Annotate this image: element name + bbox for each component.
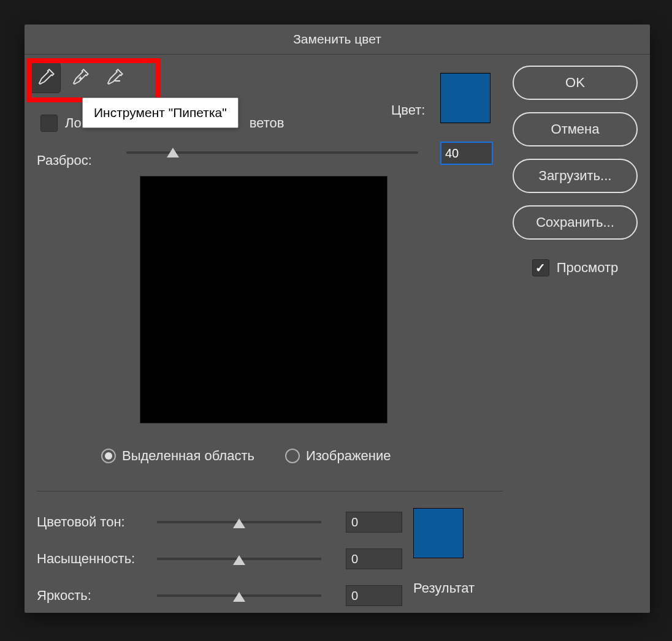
hue-slider[interactable]	[157, 521, 321, 523]
fuzziness-slider[interactable]	[126, 151, 418, 154]
eyedropper-subtract-tool[interactable]	[99, 63, 129, 93]
preview-toggle-row: Просмотр	[513, 259, 638, 276]
lightness-slider[interactable]	[157, 594, 321, 597]
preview-checkbox[interactable]	[532, 259, 549, 276]
eyedropper-tool[interactable]	[31, 63, 60, 93]
saturation-row: Насыщенность:	[37, 548, 402, 569]
result-color-swatch[interactable]	[413, 508, 464, 558]
saturation-input[interactable]	[346, 548, 402, 569]
eyedropper-tooltip: Инструмент "Пипетка"	[82, 97, 239, 128]
source-color-swatch[interactable]	[440, 73, 491, 123]
preview-mode-radios: Выделенная область Изображение	[101, 448, 391, 464]
lightness-row: Яркость:	[37, 585, 402, 606]
eyedropper-plus-icon	[71, 69, 89, 87]
lightness-thumb[interactable]	[233, 592, 245, 602]
eyedropper-add-tool[interactable]	[65, 63, 94, 93]
hue-input[interactable]	[346, 512, 402, 533]
saturation-thumb[interactable]	[233, 555, 245, 565]
dialog-title: Заменить цвет	[25, 25, 650, 55]
eyedropper-icon	[36, 69, 55, 87]
saturation-label: Насыщенность:	[37, 551, 157, 567]
radio-image-indicator	[285, 449, 300, 463]
save-button[interactable]: Сохранить...	[513, 205, 638, 240]
result-label: Результат	[413, 580, 475, 596]
localized-clusters-checkbox[interactable]	[40, 115, 58, 132]
localized-text-left-fragment: Ло	[65, 115, 82, 131]
hue-thumb[interactable]	[233, 518, 245, 528]
ok-button[interactable]: OK	[513, 66, 638, 100]
lightness-input[interactable]	[346, 585, 402, 606]
section-divider	[37, 491, 503, 491]
lightness-label: Яркость:	[37, 588, 157, 604]
hue-label: Цветовой тон:	[37, 514, 157, 530]
fuzziness-thumb[interactable]	[167, 148, 179, 157]
localized-text-right-fragment: ветов	[250, 115, 284, 131]
button-column: OK Отмена Загрузить... Сохранить... Прос…	[513, 66, 638, 276]
hue-row: Цветовой тон:	[37, 512, 402, 533]
eyedropper-minus-icon	[105, 69, 123, 87]
preview-checkbox-label: Просмотр	[557, 260, 618, 276]
radio-selection-indicator	[101, 449, 116, 463]
radio-image[interactable]: Изображение	[285, 448, 391, 464]
radio-image-label: Изображение	[306, 448, 391, 464]
radio-selection-label: Выделенная область	[122, 448, 254, 464]
saturation-slider[interactable]	[157, 558, 321, 560]
radio-selection[interactable]: Выделенная область	[101, 448, 254, 464]
fuzziness-input[interactable]	[440, 142, 493, 165]
load-button[interactable]: Загрузить...	[513, 159, 638, 193]
fuzziness-label: Разброс:	[37, 153, 92, 169]
color-label: Цвет:	[391, 102, 425, 118]
cancel-button[interactable]: Отмена	[513, 112, 638, 146]
eyedropper-toolbar	[28, 61, 131, 95]
selection-preview	[140, 176, 388, 423]
replace-color-dialog: Заменить цвет	[25, 25, 650, 613]
